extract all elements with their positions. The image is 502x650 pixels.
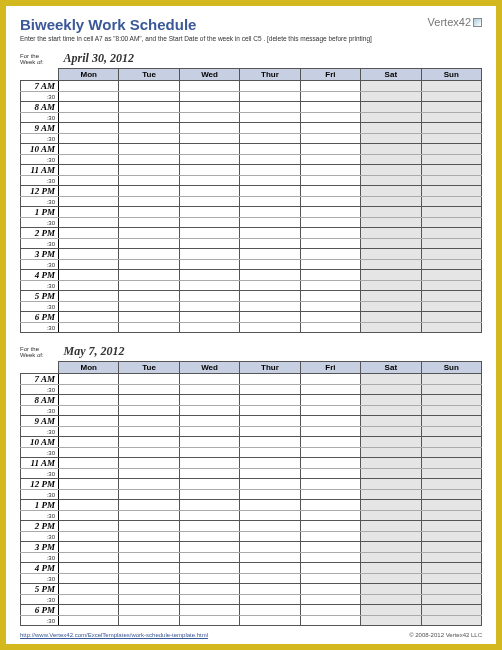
schedule-cell[interactable] (300, 176, 360, 186)
schedule-cell[interactable] (179, 155, 239, 165)
schedule-cell[interactable] (59, 312, 119, 323)
schedule-cell[interactable] (421, 270, 481, 281)
schedule-cell[interactable] (59, 197, 119, 207)
schedule-cell[interactable] (300, 186, 360, 197)
schedule-cell[interactable] (59, 302, 119, 312)
schedule-cell[interactable] (240, 323, 300, 333)
schedule-cell[interactable] (361, 291, 421, 302)
schedule-cell[interactable] (361, 113, 421, 123)
schedule-cell[interactable] (179, 270, 239, 281)
schedule-cell[interactable] (361, 302, 421, 312)
schedule-cell[interactable] (361, 574, 421, 584)
schedule-cell[interactable] (300, 395, 360, 406)
schedule-cell[interactable] (59, 323, 119, 333)
schedule-cell[interactable] (300, 437, 360, 448)
schedule-cell[interactable] (240, 605, 300, 616)
schedule-cell[interactable] (59, 134, 119, 144)
schedule-cell[interactable] (361, 239, 421, 249)
schedule-cell[interactable] (59, 176, 119, 186)
schedule-cell[interactable] (179, 595, 239, 605)
schedule-cell[interactable] (300, 218, 360, 228)
schedule-cell[interactable] (240, 595, 300, 605)
schedule-cell[interactable] (59, 458, 119, 469)
schedule-cell[interactable] (240, 165, 300, 176)
schedule-cell[interactable] (179, 323, 239, 333)
schedule-cell[interactable] (361, 563, 421, 574)
schedule-cell[interactable] (119, 595, 179, 605)
schedule-cell[interactable] (361, 427, 421, 437)
schedule-cell[interactable] (59, 270, 119, 281)
schedule-cell[interactable] (361, 260, 421, 270)
schedule-cell[interactable] (119, 385, 179, 395)
schedule-cell[interactable] (59, 291, 119, 302)
schedule-cell[interactable] (179, 437, 239, 448)
schedule-cell[interactable] (59, 448, 119, 458)
schedule-cell[interactable] (240, 144, 300, 155)
schedule-cell[interactable] (179, 479, 239, 490)
schedule-cell[interactable] (300, 542, 360, 553)
schedule-cell[interactable] (119, 374, 179, 385)
schedule-cell[interactable] (421, 427, 481, 437)
schedule-cell[interactable] (300, 595, 360, 605)
schedule-cell[interactable] (300, 281, 360, 291)
schedule-cell[interactable] (179, 521, 239, 532)
schedule-cell[interactable] (179, 469, 239, 479)
schedule-cell[interactable] (240, 448, 300, 458)
schedule-cell[interactable] (240, 374, 300, 385)
schedule-cell[interactable] (421, 92, 481, 102)
schedule-cell[interactable] (179, 81, 239, 92)
schedule-cell[interactable] (179, 302, 239, 312)
schedule-cell[interactable] (119, 302, 179, 312)
schedule-cell[interactable] (119, 395, 179, 406)
schedule-cell[interactable] (361, 374, 421, 385)
schedule-cell[interactable] (179, 165, 239, 176)
schedule-cell[interactable] (240, 207, 300, 218)
schedule-cell[interactable] (179, 218, 239, 228)
schedule-cell[interactable] (300, 81, 360, 92)
schedule-cell[interactable] (240, 532, 300, 542)
schedule-cell[interactable] (240, 416, 300, 427)
schedule-cell[interactable] (119, 605, 179, 616)
schedule-cell[interactable] (179, 490, 239, 500)
schedule-cell[interactable] (300, 312, 360, 323)
schedule-cell[interactable] (59, 479, 119, 490)
schedule-cell[interactable] (59, 553, 119, 563)
schedule-cell[interactable] (421, 437, 481, 448)
schedule-cell[interactable] (421, 605, 481, 616)
schedule-cell[interactable] (240, 134, 300, 144)
schedule-cell[interactable] (361, 542, 421, 553)
schedule-cell[interactable] (119, 144, 179, 155)
schedule-cell[interactable] (421, 458, 481, 469)
schedule-cell[interactable] (240, 239, 300, 249)
schedule-cell[interactable] (300, 500, 360, 511)
schedule-cell[interactable] (421, 595, 481, 605)
schedule-cell[interactable] (240, 616, 300, 626)
schedule-cell[interactable] (361, 155, 421, 165)
schedule-cell[interactable] (361, 416, 421, 427)
schedule-cell[interactable] (240, 458, 300, 469)
schedule-cell[interactable] (179, 374, 239, 385)
schedule-cell[interactable] (59, 207, 119, 218)
schedule-cell[interactable] (361, 197, 421, 207)
schedule-cell[interactable] (421, 155, 481, 165)
schedule-cell[interactable] (240, 302, 300, 312)
schedule-cell[interactable] (119, 500, 179, 511)
schedule-cell[interactable] (119, 102, 179, 113)
schedule-cell[interactable] (240, 260, 300, 270)
schedule-cell[interactable] (119, 416, 179, 427)
schedule-cell[interactable] (59, 521, 119, 532)
schedule-cell[interactable] (119, 563, 179, 574)
schedule-cell[interactable] (119, 291, 179, 302)
schedule-cell[interactable] (361, 437, 421, 448)
schedule-cell[interactable] (59, 281, 119, 291)
schedule-cell[interactable] (300, 616, 360, 626)
schedule-cell[interactable] (300, 228, 360, 239)
schedule-cell[interactable] (361, 385, 421, 395)
schedule-cell[interactable] (421, 616, 481, 626)
schedule-cell[interactable] (421, 542, 481, 553)
schedule-cell[interactable] (59, 228, 119, 239)
schedule-cell[interactable] (240, 500, 300, 511)
schedule-cell[interactable] (119, 281, 179, 291)
schedule-cell[interactable] (119, 228, 179, 239)
schedule-cell[interactable] (421, 123, 481, 134)
